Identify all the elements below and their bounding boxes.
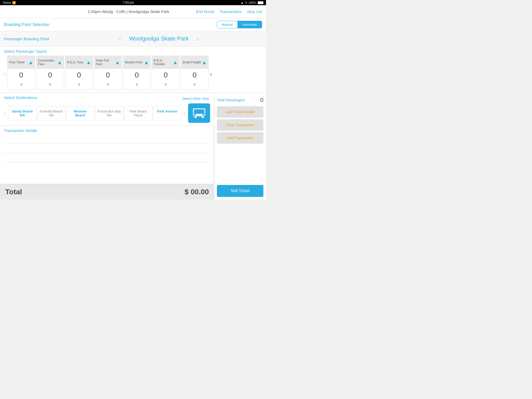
boarding-next-arrow[interactable]: › [197,34,199,43]
type-down-5[interactable]: ▾ [164,81,167,90]
type-up-0[interactable]: ▲ [28,60,33,65]
last-ticket-details-button[interactable]: Last Ticket Details [217,106,263,118]
dest-items: Sandy Beach SthEmerald Beach SthMoonee B… [8,106,181,121]
type-count-5: 0 [164,69,168,81]
dest-item-5[interactable]: Park Avenue [153,106,182,121]
transaction-section: Transaction Details [0,126,214,184]
dest-item-2[interactable]: Moonee Beach [66,106,95,121]
bus-stop-button[interactable] [188,103,210,123]
dest-item-0[interactable]: Sandy Beach Sth [8,106,37,121]
type-count-1: 0 [48,69,52,81]
dest-next-arrow[interactable]: › [181,110,185,117]
total-amount: $ 00.00 [185,188,209,196]
end-route-button[interactable]: End Route [196,9,214,14]
add-transaction-button[interactable]: Add Transaction [217,132,263,144]
passenger-type-card-1: Concession Fare ▲ 0 ▾ [36,56,64,90]
right-panel: Total Passengers 0 Last Ticket Details C… [214,93,266,200]
type-up-4[interactable]: ▲ [144,60,149,65]
passenger-type-card-0: Free Ticket ▲ 0 ▾ [7,56,35,90]
dest-item-1[interactable]: Emerald Beach Sth [37,106,66,121]
type-down-1[interactable]: ▾ [49,81,51,90]
passenger-type-card-3: Adult Full Fare ▲ 0 ▾ [94,56,122,90]
type-name-1: Concession Fare [38,59,57,66]
type-name-2: R.E.D. Fare [67,61,86,64]
type-up-5[interactable]: ▲ [173,60,178,65]
boarding-point-row: Passenger Boarding Point ‹ Woolgoolga Sk… [0,31,266,46]
passenger-types-row: Free Ticket ▲ 0 ▾ Concession Fare ▲ 0 ▾ … [7,56,209,92]
status-bar: Telstra 📶 7:54 pm ▲ ✦ 100% [0,0,266,5]
total-passengers-count: 0 [260,97,263,103]
type-up-3[interactable]: ▲ [115,60,120,65]
dest-prev-arrow[interactable]: ‹ [4,110,8,117]
type-down-4[interactable]: ▾ [136,81,138,90]
type-name-5: R.E.D. Transfer [154,59,172,66]
passenger-types-section: Select Passenger Type/s ‹ Free Ticket ▲ … [0,46,266,93]
type-count-2: 0 [77,69,81,81]
type-down-0[interactable]: ▾ [20,81,23,90]
type-name-0: Free Ticket [9,61,28,64]
transaction-line-3 [4,153,210,162]
type-count-6: 0 [192,69,197,81]
dest-item-4[interactable]: Park Beach Plaza [124,106,152,121]
types-next-arrow[interactable]: › [209,56,214,92]
status-time: 7:54 pm [123,1,134,4]
types-prev-arrow[interactable]: ‹ [4,56,7,92]
transaction-line-2 [4,144,210,153]
boarding-point-name: Woolgoolga Skate Park [129,35,189,42]
battery-icon [258,1,263,4]
svg-rect-2 [194,109,204,114]
app-container: Telstra 📶 7:54 pm ▲ ✦ 100% 2.00pm Woolg … [0,0,266,200]
destinations-left: Select Destinations Select Other Stop ‹ … [4,95,210,123]
middle-sections: Select Destinations Select Other Stop ‹ … [0,93,266,200]
boarding-point-label: Passenger Boarding Point [4,37,56,41]
battery-label: 100% [249,1,256,4]
status-right: ▲ ✦ 100% [241,1,263,4]
type-name-4: Student Fare [125,61,144,64]
type-count-4: 0 [135,69,139,81]
dest-item-3[interactable]: Korora Bus Bay Sth [95,106,124,121]
bluetooth-icon: ✦ [245,1,247,4]
bus-icon [192,106,206,120]
carrier-label: Telstra [3,1,11,4]
wifi-icon: 📶 [12,1,16,4]
boarding-title: Boarding Point Selection [4,22,49,27]
type-down-3[interactable]: ▾ [107,81,109,90]
type-up-1[interactable]: ▲ [57,60,62,65]
passenger-type-card-2: R.E.D. Fare ▲ 0 ▾ [65,56,93,90]
type-down-2[interactable]: ▾ [78,81,80,90]
type-name-6: Small Freight [183,61,202,64]
total-label: Total [5,188,22,196]
svg-rect-6 [194,114,196,116]
transaction-line-1 [4,135,210,144]
type-name-3: Adult Full Fare [96,59,115,66]
clear-transaction-button[interactable]: Clear Transaction [217,119,263,131]
status-left: Telstra 📶 [3,1,16,4]
total-passengers-row: Total Passengers 0 [217,95,263,105]
svg-rect-7 [202,114,205,116]
transactions-button[interactable]: Transactions [220,9,242,14]
total-bar: Total $ 00.00 [0,184,214,200]
type-up-2[interactable]: ▲ [86,60,91,65]
type-down-6[interactable]: ▾ [193,81,196,90]
automatic-toggle[interactable]: Automatic [237,21,262,28]
header-title: 2.00pm Woolg - Coffs | Woolgoolga Skate … [61,9,196,14]
boarding-prev-arrow[interactable]: ‹ [119,34,121,43]
destinations-title: Select Destinations [4,95,37,100]
type-up-6[interactable]: ▲ [202,60,207,65]
stop-list-button[interactable]: Stop List [247,9,262,14]
boarding-point-nav: ‹ Woolgoolga Skate Park › [56,34,262,43]
boarding-section: Boarding Point Selection Manual Automati… [0,18,266,31]
passenger-type-card-4: Student Fare ▲ 0 ▾ [123,56,151,90]
location-icon: ▲ [241,1,244,4]
destinations-right [188,103,210,123]
header-actions: End Route Transactions Stop List [196,9,262,14]
select-other-stop-link[interactable]: Select Other Stop [182,97,209,101]
type-count-3: 0 [106,69,110,81]
transaction-title: Transaction Details [4,128,210,133]
passenger-type-card-5: R.E.D. Transfer ▲ 0 ▾ [152,56,179,90]
destinations-section: Select Destinations Select Other Stop ‹ … [0,93,214,126]
manual-toggle[interactable]: Manual [217,21,238,28]
sell-ticket-button[interactable]: Sell Ticket [217,185,263,197]
transaction-lines [4,135,210,162]
mode-toggle-group: Manual Automatic [217,21,262,28]
